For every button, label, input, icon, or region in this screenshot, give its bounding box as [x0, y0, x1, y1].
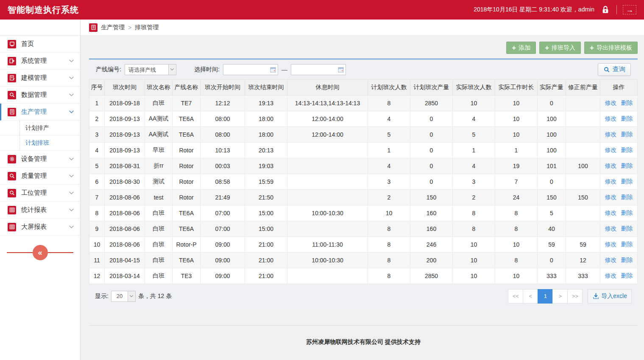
table-cell: 21:49 [201, 190, 245, 205]
table-cell [566, 174, 600, 190]
delete-link[interactable]: 删除 [621, 209, 633, 216]
actions-cell: 修改删除 [600, 96, 638, 111]
export-template-button[interactable]: + 导出排班模板 [584, 42, 638, 54]
sidebar-item-magnifier[interactable]: 质量管理 [0, 168, 80, 185]
import-excel-button[interactable]: 导入excle [588, 289, 632, 304]
delete-link[interactable]: 删除 [621, 115, 633, 122]
edit-link[interactable]: 修改 [605, 131, 617, 138]
add-button[interactable]: + 添加 [506, 42, 536, 54]
table-cell: 160 [410, 205, 453, 221]
delete-link[interactable]: 删除 [621, 146, 633, 153]
sidebar-item-magnifier[interactable]: 工位管理 [0, 185, 80, 202]
sidebar-item-grid[interactable]: 统计报表 [0, 202, 80, 219]
table-row: 112018-04-15白班TE6A09:0021:0010:00-10:308… [89, 253, 638, 268]
end-date-input[interactable] [291, 64, 346, 75]
show-label: 显示: [95, 292, 109, 300]
table-cell [566, 96, 600, 111]
delete-link[interactable]: 删除 [621, 131, 633, 138]
edit-link[interactable]: 修改 [605, 256, 617, 263]
sidebar-item-grid[interactable]: 大屏报表 [0, 219, 80, 236]
chevron-down-icon [69, 157, 74, 161]
shift-import-button[interactable]: + 排班导入 [539, 42, 581, 54]
content: + 添加 + 排班导入 + 导出排班模板 产线编号: 请选择产线 [81, 36, 644, 359]
table-cell: 2018-08-06 [105, 221, 145, 237]
next-page-button[interactable]: > [552, 289, 568, 304]
column-header: 操作 [600, 80, 638, 96]
column-header: 休息时间 [287, 80, 368, 96]
table-cell: 8 [453, 205, 495, 221]
prev-page-button[interactable]: < [523, 289, 538, 304]
table-cell: 24 [495, 190, 538, 205]
line-select[interactable]: 请选择产线 [125, 64, 176, 75]
edit-link[interactable]: 修改 [605, 272, 617, 279]
plus-icon: + [545, 44, 549, 51]
sidebar-item-clipboard[interactable]: 建模管理 [0, 70, 80, 87]
delete-link[interactable]: 删除 [621, 272, 633, 279]
chevron-down-icon [69, 225, 74, 229]
table-cell: 18:00 [245, 111, 287, 127]
table-cell: 150 [566, 190, 600, 205]
current-page-button[interactable]: 1 [538, 289, 553, 304]
table-header-row: 序号班次时间班次名称产线名称班次开始时间班次结束时间休息时间计划班次人数计划班次… [89, 80, 638, 96]
table-cell: TE6A [173, 253, 201, 268]
start-date-input[interactable] [223, 64, 278, 75]
collapse-sidebar-button[interactable]: « [33, 245, 48, 260]
production-document-icon [89, 23, 98, 32]
actions-cell: 修改删除 [600, 253, 638, 268]
table-cell [566, 111, 600, 127]
delete-link[interactable]: 删除 [621, 241, 633, 248]
last-page-button[interactable]: >> [567, 289, 583, 304]
delete-link[interactable]: 删除 [621, 194, 633, 200]
table-cell: 3 [453, 174, 495, 190]
window-icon [8, 40, 16, 48]
sidebar-subitem[interactable]: 计划排班 [0, 135, 80, 150]
table-cell: 21:50 [245, 190, 287, 205]
edit-link[interactable]: 修改 [605, 115, 617, 122]
edit-link[interactable]: 修改 [605, 209, 617, 216]
edit-link[interactable]: 修改 [605, 225, 617, 232]
delete-link[interactable]: 删除 [621, 225, 633, 232]
table-cell: 白班 [145, 268, 173, 284]
table-cell: 10 [495, 96, 538, 111]
sidebar-item-gear[interactable]: 设备管理 [0, 151, 80, 168]
sidebar-item-export[interactable]: 系统管理 [0, 53, 80, 70]
chevron-down-icon [69, 208, 74, 212]
table-cell: 测试 [145, 174, 173, 190]
table-cell: 8 [495, 221, 538, 237]
sidebar-item-document[interactable]: 生产管理 [0, 104, 80, 121]
delete-link[interactable]: 删除 [621, 256, 633, 263]
table-cell: 0 [410, 111, 453, 127]
table-cell: 00:03 [201, 158, 245, 174]
edit-link[interactable]: 修改 [605, 146, 617, 153]
delete-link[interactable]: 删除 [621, 162, 633, 169]
table-cell: 19:13 [245, 96, 287, 111]
gear-icon [8, 155, 16, 163]
actions-cell: 修改删除 [600, 268, 638, 284]
table-cell: TE6A [173, 111, 201, 127]
edit-link[interactable]: 修改 [605, 99, 617, 106]
table-cell: 5 [89, 158, 105, 174]
sidebar-item-window[interactable]: 首页 [0, 36, 80, 53]
table-cell: 5 [453, 127, 495, 143]
table-cell: 15:00 [245, 205, 287, 221]
column-header: 班次名称 [145, 80, 173, 96]
lock-icon[interactable] [600, 5, 611, 15]
edit-link[interactable]: 修改 [605, 194, 617, 200]
edit-link[interactable]: 修改 [605, 178, 617, 185]
first-page-button[interactable]: << [508, 289, 523, 304]
breadcrumb-section[interactable]: 生产管理 [101, 24, 125, 31]
delete-link[interactable]: 删除 [621, 178, 633, 185]
search-button[interactable]: 查询 [598, 63, 631, 76]
table-cell: 4 [89, 143, 105, 158]
page-size-select[interactable]: 20 [111, 291, 136, 302]
edit-link[interactable]: 修改 [605, 162, 617, 169]
sidebar-subitem[interactable]: 计划排产 [0, 121, 80, 135]
table-cell: 5 [368, 127, 410, 143]
logout-icon[interactable]: → [623, 5, 636, 14]
edit-link[interactable]: 修改 [605, 241, 617, 248]
delete-link[interactable]: 删除 [621, 99, 633, 106]
table-cell: 12:12 [201, 96, 245, 111]
table-cell: 白班 [145, 221, 173, 237]
sidebar-item-magnifier[interactable]: 数据管理 [0, 87, 80, 104]
table-cell [287, 221, 368, 237]
